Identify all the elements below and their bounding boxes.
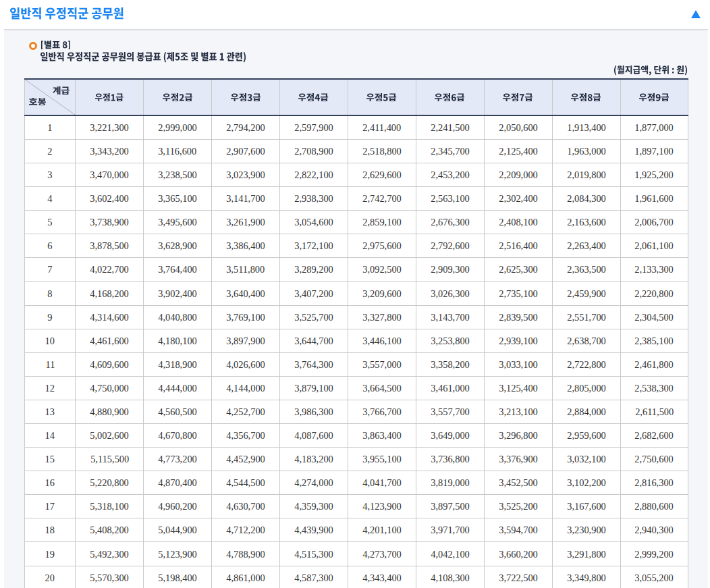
salary-cell: 4,180,100	[144, 329, 212, 352]
triangle-up-icon	[691, 10, 701, 18]
salary-cell: 4,452,900	[212, 448, 280, 471]
salary-cell: 4,343,400	[348, 566, 416, 588]
salary-cell: 5,408,200	[76, 518, 144, 542]
salary-cell: 2,909,300	[416, 258, 484, 282]
salary-cell: 4,144,000	[212, 376, 280, 400]
salary-cell: 3,557,000	[348, 352, 416, 376]
salary-cell: 3,033,100	[484, 352, 552, 376]
row-hobong: 5	[24, 211, 76, 234]
salary-cell: 3,358,200	[416, 352, 484, 376]
salary-cell: 2,084,300	[552, 187, 620, 211]
salary-cell: 3,897,900	[212, 329, 280, 352]
row-hobong: 14	[24, 424, 76, 448]
table-row: 124,750,0004,444,0004,144,0003,879,1003,…	[24, 376, 688, 400]
salary-cell: 3,327,800	[348, 305, 416, 329]
salary-cell: 3,296,800	[484, 424, 552, 448]
salary-cell: 5,044,900	[144, 518, 212, 542]
salary-cell: 4,630,700	[212, 495, 280, 518]
salary-cell: 1,913,400	[552, 115, 620, 139]
salary-cell: 2,453,200	[416, 163, 484, 186]
salary-cell: 5,570,300	[76, 566, 144, 588]
row-hobong: 8	[24, 282, 76, 305]
salary-cell: 2,638,700	[552, 329, 620, 352]
salary-cell: 3,452,500	[484, 471, 552, 495]
salary-cell: 2,563,100	[416, 187, 484, 211]
salary-cell: 3,349,800	[552, 566, 620, 588]
salary-cell: 2,050,600	[484, 115, 552, 139]
salary-cell: 2,133,300	[620, 258, 688, 282]
salary-cell: 4,587,300	[280, 566, 348, 588]
salary-cell: 4,880,900	[76, 400, 144, 423]
salary-cell: 3,102,200	[552, 471, 620, 495]
table-row: 134,880,9004,560,5004,252,7003,986,3003,…	[24, 400, 688, 423]
row-hobong: 3	[24, 163, 76, 186]
salary-cell: 2,551,700	[552, 305, 620, 329]
salary-cell: 2,209,000	[484, 163, 552, 186]
salary-cell: 3,116,600	[144, 139, 212, 163]
column-header-text	[298, 93, 328, 102]
accordion-header[interactable]: 일반직 우정직군 공무원	[0, 0, 710, 29]
table-row: 13,221,3002,999,0002,794,2002,597,9002,4…	[24, 115, 688, 139]
salary-cell: 4,609,600	[76, 352, 144, 376]
salary-cell: 2,518,800	[348, 139, 416, 163]
salary-cell: 5,115,500	[76, 448, 144, 471]
salary-cell: 4,870,400	[144, 471, 212, 495]
table-row: 43,602,4003,365,1003,141,7002,938,3002,7…	[24, 187, 688, 211]
salary-cell: 5,220,800	[76, 471, 144, 495]
salary-cell: 3,511,800	[212, 258, 280, 282]
table-row: 185,408,2005,044,9004,712,2004,439,9004,…	[24, 518, 688, 542]
salary-cell: 3,023,900	[212, 163, 280, 186]
table-row: 53,738,9003,495,6003,261,9003,054,6002,8…	[24, 211, 688, 234]
salary-cell: 2,676,300	[416, 211, 484, 234]
salary-cell: 3,167,600	[552, 495, 620, 518]
salary-cell: 2,629,600	[348, 163, 416, 186]
salary-cell: 4,750,000	[76, 376, 144, 400]
salary-cell: 2,461,800	[620, 352, 688, 376]
salary-cell: 5,492,300	[76, 542, 144, 566]
collapse-button[interactable]	[691, 10, 701, 18]
row-hobong: 2	[24, 139, 76, 163]
salary-cell: 3,026,300	[416, 282, 484, 305]
salary-cell: 2,708,900	[280, 139, 348, 163]
salary-cell: 4,461,600	[76, 329, 144, 352]
salary-cell: 2,263,400	[552, 234, 620, 258]
salary-cell: 3,764,400	[144, 258, 212, 282]
salary-cell: 2,794,200	[212, 115, 280, 139]
salary-cell: 2,940,300	[620, 518, 688, 542]
salary-cell: 4,273,700	[348, 542, 416, 566]
salary-cell: 2,345,700	[416, 139, 484, 163]
salary-cell: 2,516,400	[484, 234, 552, 258]
salary-cell: 3,289,200	[280, 258, 348, 282]
row-hobong: 7	[24, 258, 76, 282]
salary-cell: 2,880,600	[620, 495, 688, 518]
salary-cell: 1,897,100	[620, 139, 688, 163]
salary-cell: 2,597,900	[280, 115, 348, 139]
salary-cell: 3,365,100	[144, 187, 212, 211]
salary-cell: 3,143,700	[416, 305, 484, 329]
salary-cell: 4,560,500	[144, 400, 212, 423]
salary-cell: 3,644,700	[280, 329, 348, 352]
salary-cell: 3,386,400	[212, 234, 280, 258]
corner-bottom-label-text	[29, 98, 46, 106]
salary-cell: 4,314,600	[76, 305, 144, 329]
salary-cell: 3,221,300	[76, 115, 144, 139]
salary-cell: 3,971,700	[416, 518, 484, 542]
salary-cell: 3,230,900	[552, 518, 620, 542]
salary-cell: 5,123,900	[144, 542, 212, 566]
row-hobong: 18	[24, 518, 76, 542]
row-hobong: 6	[24, 234, 76, 258]
salary-cell: 2,999,000	[144, 115, 212, 139]
salary-cell: 3,738,900	[76, 211, 144, 234]
salary-cell: 3,092,500	[348, 258, 416, 282]
salary-cell: 3,446,100	[348, 329, 416, 352]
salary-cell: 3,764,300	[280, 352, 348, 376]
salary-cell: 3,736,800	[416, 448, 484, 471]
salary-cell: 2,959,600	[552, 424, 620, 448]
row-hobong: 19	[24, 542, 76, 566]
salary-cell: 3,628,900	[144, 234, 212, 258]
row-hobong: 11	[24, 352, 76, 376]
salary-cell: 4,042,100	[416, 542, 484, 566]
salary-cell: 4,544,500	[212, 471, 280, 495]
column-header-text	[231, 93, 261, 102]
salary-cell: 3,819,000	[416, 471, 484, 495]
